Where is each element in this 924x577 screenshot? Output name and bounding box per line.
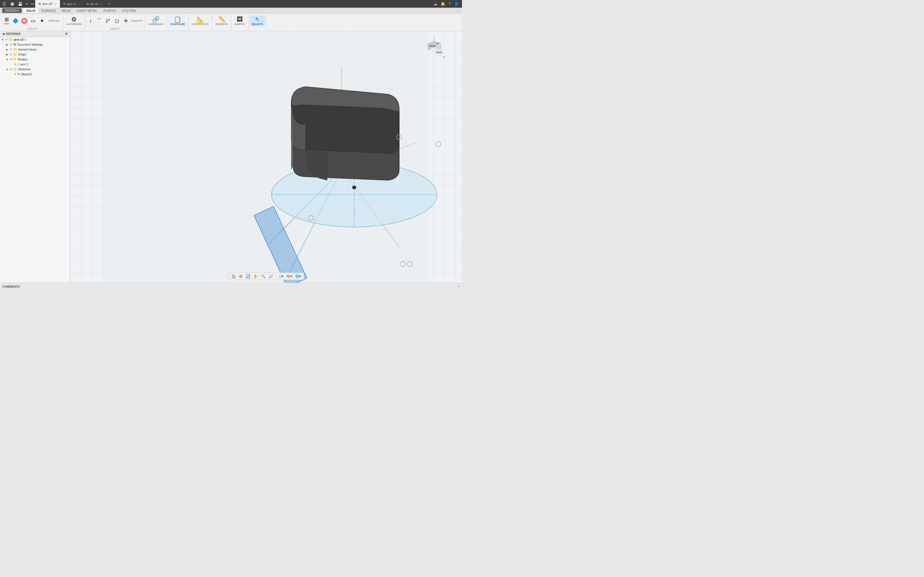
tree-vis-sketch1[interactable]: 👁	[14, 73, 17, 76]
create-pattern-button[interactable]: ✦	[37, 18, 46, 24]
create-extrude-button[interactable]: 🔷	[11, 18, 20, 24]
tree-item-origin[interactable]: ▶ 👁 📁 Origin	[0, 52, 70, 57]
viewcube[interactable]: Z FRONT RIGHT TOP X	[423, 37, 446, 58]
home-view-button[interactable]: 🏠	[231, 274, 237, 279]
app-menu-icon[interactable]: ☰	[0, 2, 8, 6]
modify-shell-button[interactable]: ◻	[113, 18, 121, 24]
tree-expand-arm-v3[interactable]: ▼	[1, 38, 5, 41]
tree-expand-origin[interactable]: ▶	[5, 53, 9, 56]
tab-grip-v2-close[interactable]: ✕	[78, 2, 80, 5]
account-icon[interactable]: 👤	[453, 2, 460, 6]
create-group: ⊞ New 🔷 ⭕ ▭ ✦ CREATE▾	[1, 15, 63, 31]
create-revolve-button[interactable]: ⭕	[20, 18, 29, 24]
browser-toggle[interactable]: ◀	[2, 32, 5, 36]
tree-settings-arm-v3[interactable]: ⚙	[24, 38, 27, 41]
tree-vis-document-settings[interactable]: 👁	[10, 43, 12, 46]
modify-move-button[interactable]: ✛	[121, 18, 130, 24]
insert-group: 🖼 INSERT▾	[231, 15, 249, 31]
modify-press-pull-button[interactable]: ↕	[86, 18, 95, 24]
select-button[interactable]: ↖ SELECT▾	[250, 16, 265, 26]
environment-button[interactable]: 🌐▾	[294, 274, 302, 279]
tree-vis-arm-v3[interactable]: 👁	[5, 38, 8, 41]
toolbar: DESIGN ▾ SOLID SURFACE MESH SHEET METAL …	[0, 8, 462, 31]
tree-label-document-settings: Document Settings	[17, 43, 43, 46]
tree-vis-bodies[interactable]: 👁	[10, 58, 12, 61]
modify-chamfer-button[interactable]: ◸	[104, 18, 113, 24]
tab-solid[interactable]: SOLID	[23, 8, 38, 13]
tab-plastic[interactable]: PLASTIC	[101, 8, 119, 13]
automate-button[interactable]: ⚙ AUTOMATE▾	[65, 16, 84, 26]
redo-icon[interactable]: ↪	[30, 2, 35, 6]
save-icon[interactable]: 💾	[16, 2, 24, 6]
tab-sheet-metal[interactable]: SHEET METAL	[74, 8, 100, 13]
tab-pin-v1[interactable]: pin v1 ✕	[83, 0, 106, 8]
tab-grip-v2-label: grip v2	[67, 2, 76, 5]
tree-item-named-views[interactable]: ▶ 👁 📁 Named Views	[0, 47, 70, 52]
tree-expand-document-settings[interactable]: ▶	[5, 43, 9, 46]
pan-button[interactable]: ✋	[252, 274, 259, 279]
tree-icon-named-views: 📁	[13, 48, 17, 52]
display-mode-button[interactable]: ⬚▾	[278, 274, 284, 279]
configure-button[interactable]: 📋 CONFIGURE	[168, 16, 187, 26]
fit-view-button[interactable]: ⊡	[238, 274, 243, 279]
tree-vis-arm-1[interactable]: 👁	[14, 63, 17, 66]
help-icon[interactable]: ?	[447, 2, 452, 6]
design-dropdown[interactable]: DESIGN ▾	[2, 8, 22, 13]
new-tab-button[interactable]: +	[106, 2, 113, 6]
tab-pin-v1-close[interactable]: ✕	[100, 2, 102, 5]
tabs-row: DESIGN ▾ SOLID SURFACE MESH SHEET METAL …	[0, 8, 462, 14]
shell-icon: ◻	[115, 18, 119, 23]
tree-expand-sketches[interactable]: ▼	[5, 68, 9, 71]
visual-style-button[interactable]: 🎨▾	[286, 274, 293, 279]
tab-arm-v3-close[interactable]: ✕	[55, 2, 57, 5]
browser-settings-icon[interactable]: ⚙	[65, 32, 68, 36]
inspect-button[interactable]: 📏 INSPECT▾	[213, 16, 230, 26]
tab-surface[interactable]: SURFACE	[39, 8, 58, 13]
zoom-in-button[interactable]: 🔍	[260, 274, 267, 279]
canvas[interactable]: Z FRONT RIGHT TOP X 🏠	[70, 31, 462, 283]
modify-fillet-button[interactable]: ⌒	[95, 18, 104, 24]
create-sweep-button[interactable]: ▭	[29, 18, 37, 24]
comments-close-icon[interactable]: ✕	[457, 285, 460, 288]
create-new-component-button[interactable]: ⊞ New	[2, 16, 11, 26]
zoom-out-button[interactable]: 🔎	[268, 274, 274, 279]
tree-item-bodies[interactable]: ▼ 👁 📁 Bodies	[0, 57, 70, 62]
tree-item-sketches[interactable]: ▼ 👁 📁 Sketches	[0, 67, 70, 72]
tree-item-arm-1[interactable]: 👁 □ arm 1	[0, 62, 70, 67]
construct-button[interactable]: 📐 CONSTRUCT▾	[190, 16, 211, 26]
notification-icon[interactable]: 🔔	[439, 2, 446, 6]
tab-mesh[interactable]: MESH	[59, 8, 73, 13]
assemble-button[interactable]: 🔗 ASSEMBLE▾	[146, 16, 166, 26]
tree-item-document-settings[interactable]: ▶ 👁 ⚙ Document Settings	[0, 42, 70, 47]
tab-arm-v3[interactable]: arm v3* ✕	[35, 0, 60, 8]
pattern-icon: ✦	[40, 18, 44, 23]
construct-icon: 📐	[197, 16, 204, 23]
create-group-label: CREATE	[1, 27, 63, 30]
new-component-icon: ⊞	[5, 17, 9, 22]
tree-label-sketches: Sketches	[18, 68, 31, 71]
tab-utilities[interactable]: UTILITIES	[120, 8, 139, 13]
tree-vis-sketches[interactable]: 👁	[10, 68, 12, 71]
svg-text:Z: Z	[434, 37, 435, 38]
title-bar: ☰ 🏠 💾 ↩ ↪ arm v3* ✕ grip v2 ✕ pin v1 ✕ +…	[0, 0, 462, 8]
tree-item-sketch1[interactable]: 👁 ✏ Sketch1	[0, 72, 70, 77]
tree-vis-origin[interactable]: 👁	[10, 53, 12, 56]
tab-pin-v1-label: pin v1	[90, 2, 99, 5]
tree-expand-bodies[interactable]: ▼	[5, 58, 9, 61]
tab-grip-v2[interactable]: grip v2 ✕	[60, 0, 83, 8]
model-viewport[interactable]	[70, 31, 462, 283]
tree-vis-named-views[interactable]: 👁	[10, 48, 12, 51]
select-group: ↖ SELECT▾	[249, 15, 267, 31]
assemble-group: 🔗 ASSEMBLE▾	[145, 15, 167, 31]
chamfer-icon: ◸	[106, 18, 110, 23]
undo-icon[interactable]: ↩	[24, 2, 30, 6]
insert-button[interactable]: 🖼 INSERT▾	[233, 16, 247, 26]
home-icon[interactable]: 🏠	[8, 2, 16, 6]
tree-item-arm-v3[interactable]: ▼ 👁 📁 arm v3 ⚙	[0, 37, 70, 42]
modify-dropdown-button[interactable]: MODIFY▾	[130, 19, 144, 23]
cloud-icon[interactable]: ☁	[432, 2, 438, 6]
orbit-button[interactable]: 🔄	[244, 274, 251, 279]
inspect-group: 📏 INSPECT▾	[212, 15, 231, 31]
create-dropdown-button[interactable]: CREATE▾	[46, 19, 62, 23]
tree-expand-named-views[interactable]: ▶	[5, 48, 9, 51]
